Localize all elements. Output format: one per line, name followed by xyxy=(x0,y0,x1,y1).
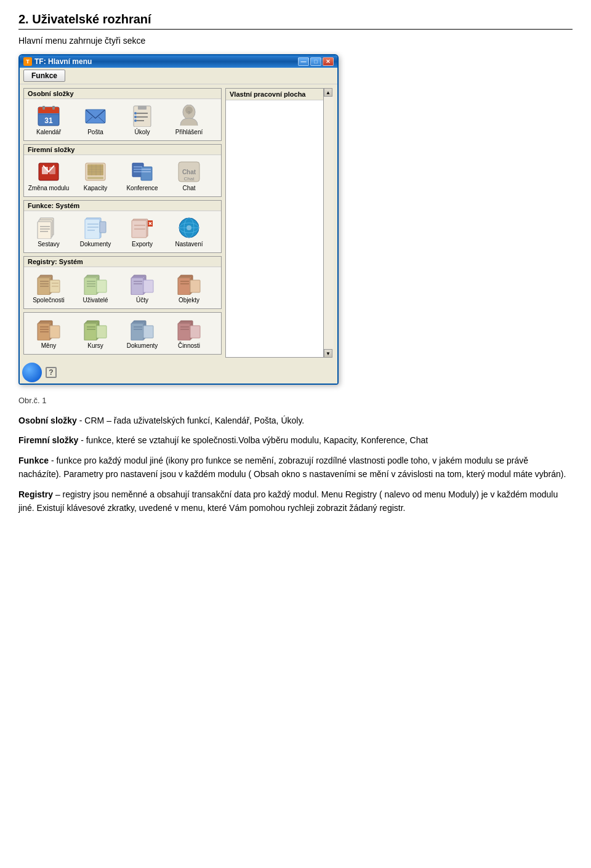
svg-rect-6 xyxy=(52,106,55,110)
section-registry2-items: Měny Kur xyxy=(24,313,221,354)
section-osobni: Osobní složky 31 xyxy=(23,88,222,141)
svg-rect-107 xyxy=(97,326,107,338)
right-panel-body xyxy=(226,100,323,357)
titlebar-buttons[interactable]: — □ ✕ xyxy=(298,57,334,66)
dokumenty-label: Dokumenty xyxy=(80,241,111,247)
svg-rect-34 xyxy=(141,167,152,180)
scroll-down-button[interactable]: ▼ xyxy=(324,349,332,358)
menu-item-spolecnosti[interactable]: Společnosti xyxy=(26,270,71,305)
uzivatele-label: Uživatelé xyxy=(82,297,108,303)
cinnosti-label: Činnosti xyxy=(178,342,200,349)
menu-item-sestavy[interactable]: Sestavy xyxy=(26,214,71,249)
prihlaseni-label: Přihlášení xyxy=(175,129,203,135)
scrollbar[interactable]: ▲ ▼ xyxy=(324,88,334,358)
window-title: TF: Hlavní menu xyxy=(34,57,92,66)
svg-rect-119 xyxy=(190,326,200,338)
globe-icon xyxy=(22,363,42,382)
svg-text:Chat: Chat xyxy=(184,176,195,182)
svg-text:31: 31 xyxy=(44,116,53,125)
kursy-icon xyxy=(83,318,108,341)
intro-text: Hlavní menu zahrnuje čtyři sekce xyxy=(18,36,573,46)
menu-item-konference[interactable]: Konference xyxy=(120,158,164,193)
svg-rect-91 xyxy=(178,278,190,295)
maximize-button[interactable]: □ xyxy=(310,57,321,66)
svg-rect-104 xyxy=(84,323,97,340)
exporty-label: Exporty xyxy=(132,241,153,247)
scroll-track xyxy=(324,97,334,349)
section-firemni-header: Firemní složky xyxy=(24,145,221,155)
titlebar-left: T TF: Hlavní menu xyxy=(23,57,92,66)
section-registry-system-header: Registry: Systém xyxy=(24,257,221,267)
section-firemni-items: Změna modulu xyxy=(24,155,221,196)
menu-item-objekty[interactable]: Objekty xyxy=(167,270,211,305)
section-registry-items: Společnosti xyxy=(24,267,221,308)
funkce-menu-button[interactable]: Funkce xyxy=(23,70,65,82)
menu-item-kapacity[interactable]: Kapacity xyxy=(73,158,118,193)
menu-item-ukoly[interactable]: Úkoly xyxy=(120,102,164,137)
menu-item-posta[interactable]: Pošta xyxy=(73,102,118,137)
chat-icon: Chat Chat xyxy=(177,160,201,183)
menu-item-chat[interactable]: Chat Chat Chat xyxy=(167,158,211,193)
prihlaseni-icon: ? xyxy=(177,104,201,127)
chat-label: Chat xyxy=(182,185,195,191)
menu-item-nastaveni[interactable]: Nastavení xyxy=(167,214,211,249)
sestavy-icon xyxy=(36,216,61,239)
menu-item-dokumenty[interactable]: Dokumenty xyxy=(73,214,118,249)
spolecnosti-label: Společnosti xyxy=(33,297,65,303)
section-funkce-system: Funkce: Systém xyxy=(23,200,222,253)
svg-rect-113 xyxy=(143,326,153,338)
menu-item-kalendar[interactable]: 31 Kalendář xyxy=(26,102,71,137)
firemni-bold: Firemní složky xyxy=(18,435,78,445)
help-button[interactable]: ? xyxy=(46,367,57,378)
objekty-icon xyxy=(177,272,201,295)
svg-rect-54 xyxy=(100,222,106,233)
uzivatele-icon xyxy=(83,272,108,295)
konference-label: Konference xyxy=(126,185,158,191)
svg-rect-88 xyxy=(143,280,153,292)
svg-rect-85 xyxy=(131,278,143,295)
nastaveni-icon xyxy=(177,216,201,239)
menu-item-meny[interactable]: Měny xyxy=(26,316,71,351)
titlebar: T TF: Hlavní menu — □ ✕ xyxy=(20,55,337,68)
left-panel: Osobní složky 31 xyxy=(23,88,222,358)
menu-item-zmena[interactable]: Změna modulu xyxy=(26,158,71,193)
osobni-paragraph: Osobní složky - CRM – řada uživatelských… xyxy=(18,414,573,427)
minimize-button[interactable]: — xyxy=(298,57,309,66)
osobni-bold: Osobní složky xyxy=(18,416,77,425)
menu-item-prihlaseni[interactable]: ? Přihlášení xyxy=(167,102,211,137)
cinnosti-icon xyxy=(177,318,201,341)
menu-item-kursy[interactable]: Kursy xyxy=(73,316,118,351)
menu-item-uzivatele[interactable]: Uživatelé xyxy=(73,270,118,305)
section-registry-system: Registry: Systém xyxy=(23,256,222,309)
svg-point-16 xyxy=(134,116,137,118)
objekty-label: Objekty xyxy=(179,297,199,303)
svg-text:Chat: Chat xyxy=(182,169,196,175)
svg-rect-2 xyxy=(38,111,59,113)
posta-icon xyxy=(83,104,108,127)
svg-rect-32 xyxy=(87,177,103,179)
ukoly-label: Úkoly xyxy=(134,129,150,135)
funkce-paragraph: Funkce - funkce pro každý modul jiné (ik… xyxy=(18,454,573,481)
svg-point-15 xyxy=(134,112,137,115)
meny-label: Měny xyxy=(41,342,56,349)
svg-rect-101 xyxy=(50,326,60,338)
menu-item-dokumenty2[interactable]: Dokumenty xyxy=(120,316,164,351)
section-osobni-items: 31 Kalendář xyxy=(24,99,221,140)
scroll-up-button[interactable]: ▲ xyxy=(324,88,332,97)
titlebar-icon: T xyxy=(23,57,32,66)
svg-rect-11 xyxy=(138,106,147,110)
menu-item-cinnosti[interactable]: Činnosti xyxy=(167,316,211,351)
close-button[interactable]: ✕ xyxy=(323,57,334,66)
right-panel-title: Vlastní pracovní plocha xyxy=(226,89,323,100)
menubar: Funkce xyxy=(20,68,337,84)
kalendar-label: Kalendář xyxy=(36,129,61,135)
kalendar-icon: 31 xyxy=(36,104,61,127)
kapacity-icon xyxy=(83,160,108,183)
registry-paragraph: Registry – registry jsou neměnné a obsah… xyxy=(18,488,573,515)
kapacity-label: Kapacity xyxy=(84,185,107,191)
menu-item-ucty[interactable]: Účty xyxy=(120,270,164,305)
menu-item-exporty[interactable]: Exporty xyxy=(120,214,164,249)
spolecnosti-icon xyxy=(36,272,61,295)
konference-icon xyxy=(130,160,155,183)
section-funkce-items: Sestavy xyxy=(24,211,221,252)
